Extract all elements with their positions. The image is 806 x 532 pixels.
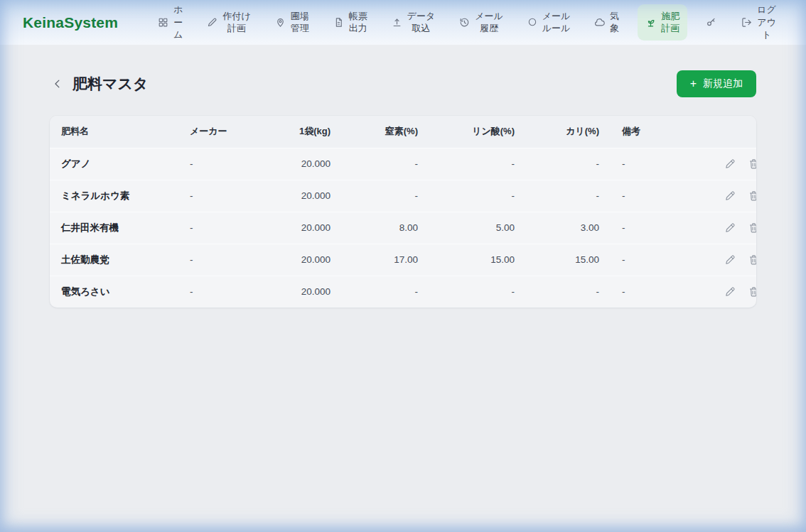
cell-actions bbox=[704, 212, 756, 244]
edit-pencil-icon bbox=[724, 254, 736, 266]
trash-icon bbox=[748, 286, 756, 298]
table-row: ミネラルホウ素 - 20.000 - - - - bbox=[50, 180, 756, 212]
column-header-phosphate: リン酸(%) bbox=[429, 116, 526, 148]
cell-potassium: - bbox=[526, 276, 611, 308]
nav-item-planting-plan[interactable]: 作付け 計画 bbox=[201, 6, 256, 38]
nav-item-home[interactable]: ホ ー ム bbox=[152, 0, 188, 45]
cell-maker: - bbox=[178, 180, 264, 212]
cell-name: 電気ろさい bbox=[50, 276, 178, 308]
edit-button[interactable] bbox=[724, 286, 736, 298]
cell-nitrogen: - bbox=[342, 180, 429, 212]
column-header-actions bbox=[704, 116, 756, 148]
edit-button[interactable] bbox=[724, 158, 736, 170]
delete-button[interactable] bbox=[748, 158, 756, 170]
cell-memo: - bbox=[611, 212, 704, 244]
nav-item-label: 施肥 計画 bbox=[661, 10, 679, 35]
cell-maker: - bbox=[178, 148, 264, 180]
edit-button[interactable] bbox=[724, 222, 736, 234]
cell-potassium: 3.00 bbox=[526, 212, 611, 244]
nav-item-label: 作付け 計画 bbox=[222, 10, 250, 35]
cell-memo: - bbox=[611, 244, 704, 276]
nav-item-label: ログ アウ ト bbox=[757, 4, 776, 41]
cell-memo: - bbox=[611, 276, 704, 308]
nav-item-fertilization-plan[interactable]: 施肥 計画 bbox=[638, 4, 687, 40]
table-row: 仁井田米有機 - 20.000 8.00 5.00 3.00 - bbox=[50, 212, 756, 244]
delete-button[interactable] bbox=[748, 222, 756, 234]
delete-button[interactable] bbox=[748, 190, 756, 202]
cell-nitrogen: - bbox=[342, 276, 429, 308]
cell-memo: - bbox=[611, 148, 704, 180]
cell-bag: 20.000 bbox=[264, 276, 342, 308]
cell-maker: - bbox=[178, 212, 264, 244]
chevron-left-icon bbox=[51, 77, 64, 90]
delete-button[interactable] bbox=[748, 286, 756, 298]
delete-button[interactable] bbox=[748, 254, 756, 266]
nav-item-mail-rules[interactable]: メール ルール bbox=[522, 6, 576, 38]
nav-item-field-management[interactable]: 圃場 管理 bbox=[269, 6, 315, 38]
column-header-name: 肥料名 bbox=[50, 116, 178, 148]
cell-memo: - bbox=[611, 180, 704, 212]
pencil-icon bbox=[207, 17, 217, 28]
column-header-maker: メーカー bbox=[178, 116, 264, 148]
cell-bag: 20.000 bbox=[264, 212, 342, 244]
add-new-button-label: 新規追加 bbox=[703, 77, 743, 90]
cell-actions bbox=[704, 276, 756, 308]
key-icon bbox=[706, 16, 717, 28]
cell-bag: 20.000 bbox=[264, 244, 342, 276]
cell-phosphate: 5.00 bbox=[429, 212, 526, 244]
cell-nitrogen: 17.00 bbox=[342, 244, 429, 276]
brand-logo[interactable]: KeinaSystem bbox=[23, 14, 118, 31]
history-icon bbox=[459, 17, 470, 28]
cell-phosphate: 15.00 bbox=[429, 244, 526, 276]
trash-icon bbox=[748, 222, 756, 234]
nav-item-label: 気 象 bbox=[610, 10, 619, 35]
column-header-nitrogen: 窒素(%) bbox=[342, 116, 429, 148]
edit-pencil-icon bbox=[724, 190, 736, 202]
edit-button[interactable] bbox=[724, 254, 736, 266]
cell-bag: 20.000 bbox=[264, 180, 342, 212]
nav-item-label: ホ ー ム bbox=[173, 4, 183, 41]
cloud-icon bbox=[594, 17, 605, 28]
add-new-button[interactable]: + 新規追加 bbox=[677, 70, 756, 97]
table-header-row: 肥料名 メーカー 1袋(kg) 窒素(%) リン酸(%) カリ(%) 備考 bbox=[50, 116, 756, 148]
cell-phosphate: - bbox=[429, 180, 526, 212]
cell-name: ミネラルホウ素 bbox=[50, 180, 178, 212]
cell-name: グアノ bbox=[50, 148, 178, 180]
cell-maker: - bbox=[178, 244, 264, 276]
nav-item-label: 帳票 出力 bbox=[349, 10, 367, 35]
cell-potassium: - bbox=[526, 180, 611, 212]
plus-icon: + bbox=[690, 78, 697, 89]
nav-item-data-import[interactable]: データ 取込 bbox=[386, 6, 441, 38]
cell-phosphate: - bbox=[429, 276, 526, 308]
cell-name: 土佐勤農党 bbox=[50, 244, 178, 276]
cell-actions bbox=[704, 180, 756, 212]
table-row: 電気ろさい - 20.000 - - - - bbox=[50, 276, 756, 308]
cell-actions bbox=[704, 148, 756, 180]
nav-item-weather[interactable]: 気 象 bbox=[589, 6, 625, 38]
nav-item-label: メール 履歴 bbox=[475, 10, 503, 35]
trash-icon bbox=[748, 190, 756, 202]
column-header-memo: 備考 bbox=[611, 116, 704, 148]
cell-name: 仁井田米有機 bbox=[50, 212, 178, 244]
nav-item-logout[interactable]: ログ アウ ト bbox=[736, 0, 782, 45]
logout-icon bbox=[741, 17, 752, 28]
cell-phosphate: - bbox=[429, 148, 526, 180]
nav-menu: ホ ー ム 作付け 計画 圃場 管理 帳票 出力 bbox=[152, 0, 782, 45]
trash-icon bbox=[748, 254, 756, 266]
upload-icon bbox=[392, 17, 402, 28]
top-navigation: KeinaSystem ホ ー ム 作付け 計画 圃場 管理 bbox=[0, 0, 806, 45]
sprout-icon bbox=[645, 17, 656, 28]
nav-item-report-output[interactable]: 帳票 出力 bbox=[328, 6, 373, 38]
cell-potassium: 15.00 bbox=[526, 244, 611, 276]
dashboard-icon bbox=[158, 17, 168, 28]
table-row: グアノ - 20.000 - - - - bbox=[50, 148, 756, 180]
column-header-potassium: カリ(%) bbox=[526, 116, 611, 148]
cell-actions bbox=[704, 244, 756, 276]
nav-item-key[interactable] bbox=[700, 13, 723, 31]
edit-button[interactable] bbox=[724, 190, 736, 202]
table-row: 土佐勤農党 - 20.000 17.00 15.00 15.00 - bbox=[50, 244, 756, 276]
edit-pencil-icon bbox=[724, 222, 736, 234]
nav-item-mail-history[interactable]: メール 履歴 bbox=[453, 6, 509, 38]
page-title: 肥料マスタ bbox=[72, 74, 148, 94]
back-button[interactable] bbox=[50, 76, 65, 92]
